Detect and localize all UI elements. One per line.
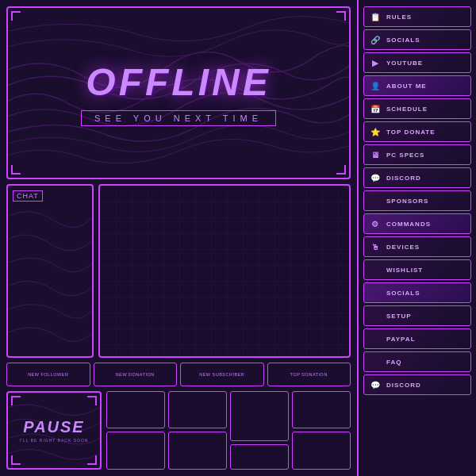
sidebar-btn-devices[interactable]: 🖱 DEVICES xyxy=(363,236,471,257)
sidebar-btn-youtube[interactable]: ▶ YOUTUBE xyxy=(363,52,471,73)
pause-box: PAUSE I'LL BE RIGHT BACK SOON xyxy=(6,391,102,470)
pause-corner-tr xyxy=(87,396,97,405)
pc-specs-icon: 🖥 xyxy=(369,148,382,161)
sponsors-icon xyxy=(369,194,382,207)
corner-tr xyxy=(336,11,346,21)
tiny-box-8 xyxy=(292,432,351,470)
small-col-2 xyxy=(168,391,227,470)
sidebar-btn-about[interactable]: 👤 ABOUT ME xyxy=(363,75,471,96)
stream-box xyxy=(98,184,351,357)
right-sidebar: 📋 RULES 🔗 SOCIALS ▶ YOUTUBE 👤 ABOUT ME 📅… xyxy=(357,0,476,476)
sidebar-btn-socials[interactable]: 🔗 SOCIALS xyxy=(363,29,471,50)
sidebar-btn-top-donate[interactable]: ⭐ TOP DONATE xyxy=(363,121,471,142)
socials-icon: 🔗 xyxy=(369,33,382,46)
pause-title: PAUSE xyxy=(23,418,84,436)
top-donate-label: TOP DONATE xyxy=(386,129,466,136)
chat-box: CHAT xyxy=(6,184,94,357)
sidebar-btn-discord2[interactable]: 💬 DISCORD xyxy=(363,374,471,395)
left-panel: OFFLINE SEE YOU NEXT TIME CHAT xyxy=(0,0,357,476)
socials2-icon xyxy=(369,286,382,299)
small-boxes-grid xyxy=(106,391,351,470)
alert-bar-donation: NEW DONATION xyxy=(94,363,178,386)
sidebar-btn-setup[interactable]: SETUP xyxy=(363,305,471,326)
setup-icon xyxy=(369,309,382,322)
pause-subtitle: I'LL BE RIGHT BACK SOON xyxy=(20,438,89,443)
grid-overlay xyxy=(100,186,349,355)
about-icon: 👤 xyxy=(369,79,382,92)
alert-bars: NEW FOLLOWER NEW DONATION NEW SUBSCRIBER… xyxy=(6,363,351,386)
schedule-icon: 📅 xyxy=(369,102,382,115)
sidebar-btn-socials2[interactable]: SOCIALS xyxy=(363,282,471,303)
sidebar-btn-paypal[interactable]: PAYPAL xyxy=(363,328,471,349)
small-col-4 xyxy=(292,391,351,470)
socials-label: SOCIALS xyxy=(386,36,466,44)
sidebar-btn-rules[interactable]: 📋 RULES xyxy=(363,6,471,27)
bottom-row: PAUSE I'LL BE RIGHT BACK SOON xyxy=(6,391,351,470)
corner-br xyxy=(336,165,346,175)
paypal-icon xyxy=(369,332,382,345)
sidebar-btn-schedule[interactable]: 📅 SCHEDULE xyxy=(363,98,471,119)
pause-corner-bl xyxy=(11,455,21,465)
commands-label: COMMANDS xyxy=(386,221,466,228)
corner-tl xyxy=(11,11,21,21)
devices-icon: 🖱 xyxy=(369,240,382,253)
offline-screen: OFFLINE SEE YOU NEXT TIME xyxy=(6,6,351,179)
discord-icon: 💬 xyxy=(369,171,382,184)
sponsors-label: SPONSORS xyxy=(386,198,466,205)
socials2-label: SOCIALS xyxy=(386,290,466,297)
sidebar-btn-commands[interactable]: ⚙ COMMANDS xyxy=(363,213,471,234)
alert-bar-top-donation: TOP DONATION xyxy=(267,363,351,386)
sidebar-btn-discord[interactable]: 💬 DISCORD xyxy=(363,167,471,188)
devices-label: DEVICES xyxy=(386,244,466,251)
setup-label: SETUP xyxy=(386,313,466,320)
offline-title: OFFLINE xyxy=(86,60,271,104)
sidebar-btn-wishlist[interactable]: WISHLIST xyxy=(363,259,471,280)
youtube-label: YOUTUBE xyxy=(386,60,466,67)
pause-corner-br xyxy=(87,455,97,465)
paypal-label: PAYPAL xyxy=(386,336,466,343)
faq-label: FAQ xyxy=(386,359,466,366)
youtube-icon: ▶ xyxy=(369,56,382,69)
sidebar-btn-faq[interactable]: FAQ xyxy=(363,351,471,372)
alert-label-follower: NEW FOLLOWER xyxy=(28,372,68,377)
corner-bl xyxy=(11,165,21,175)
tiny-box-1 xyxy=(106,391,165,429)
rules-icon: 📋 xyxy=(369,10,382,23)
about-label: ABOUT ME xyxy=(386,83,466,90)
sidebar-btn-pc-specs[interactable]: 🖥 PC SPECS xyxy=(363,144,471,165)
discord2-label: DISCORD xyxy=(386,382,466,389)
commands-icon: ⚙ xyxy=(369,217,382,230)
sidebar-btn-sponsors[interactable]: SPONSORS xyxy=(363,190,471,211)
pc-specs-label: PC SPECS xyxy=(386,152,466,159)
alert-label-top-donation: TOP DONATION xyxy=(290,372,328,377)
faq-icon xyxy=(369,355,382,368)
main-container: OFFLINE SEE YOU NEXT TIME CHAT xyxy=(0,0,476,476)
middle-section: CHAT xyxy=(6,184,351,357)
offline-subtitle: SEE YOU NEXT TIME xyxy=(81,110,276,126)
tiny-box-5 xyxy=(230,391,289,441)
discord2-icon: 💬 xyxy=(369,378,382,391)
wishlist-icon xyxy=(369,263,382,276)
tiny-box-7 xyxy=(292,391,351,429)
alert-bar-subscriber: NEW SUBSCRIBER xyxy=(180,363,264,386)
tiny-box-6 xyxy=(230,444,289,470)
schedule-label: SCHEDULE xyxy=(386,106,466,113)
wishlist-label: WISHLIST xyxy=(386,267,466,274)
small-col-1 xyxy=(106,391,165,470)
tiny-box-2 xyxy=(106,432,165,470)
tiny-box-3 xyxy=(168,391,227,429)
alert-bar-follower: NEW FOLLOWER xyxy=(6,363,90,386)
top-donate-icon: ⭐ xyxy=(369,125,382,138)
alert-label-donation: NEW DONATION xyxy=(116,372,155,377)
small-col-3 xyxy=(230,391,289,470)
chat-label: CHAT xyxy=(13,190,43,202)
pause-corner-tl xyxy=(11,396,21,405)
discord-label: DISCORD xyxy=(386,175,466,182)
tiny-box-4 xyxy=(168,432,227,470)
alert-label-subscriber: NEW SUBSCRIBER xyxy=(199,372,244,377)
rules-label: RULES xyxy=(386,13,466,21)
